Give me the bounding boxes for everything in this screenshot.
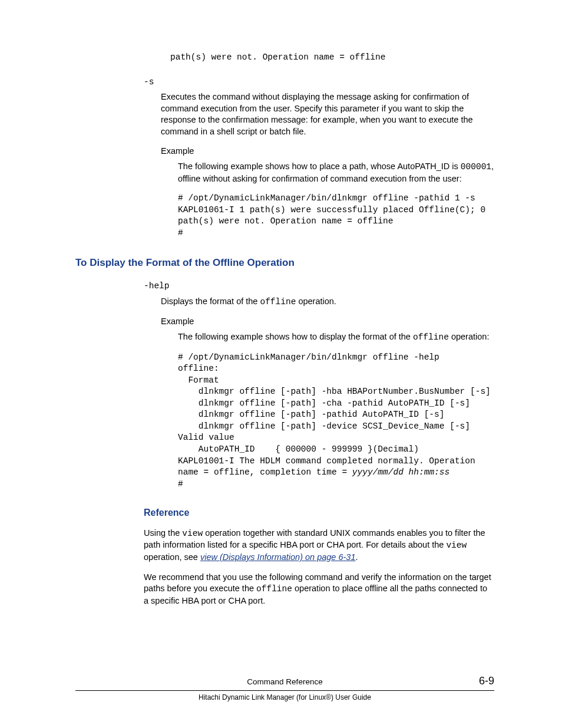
param-help-desc: Displays the format of the offline opera… — [161, 296, 494, 308]
param-s-desc: Executes the command without displaying … — [161, 91, 494, 137]
text: The following example shows how to displ… — [178, 332, 413, 341]
inline-code: view — [182, 529, 203, 538]
text: operation, see — [144, 552, 200, 562]
section-heading-display-format: To Display the Format of the Offline Ope… — [75, 256, 494, 270]
param-s-name: -s — [144, 77, 494, 88]
text: operation: — [449, 332, 490, 341]
footer-top-row: Command Reference 6-9 — [75, 676, 494, 688]
page: path(s) were not. Operation name = offli… — [0, 0, 562, 728]
code-text: # — [178, 479, 183, 489]
example-label: Example — [161, 146, 494, 157]
inline-code: offline — [256, 584, 292, 594]
code-placeholder: yyyy/mm/dd hh:mm:ss — [352, 467, 449, 477]
text: . — [355, 552, 358, 562]
example-label: Example — [161, 316, 494, 328]
example-code-block: # /opt/DynamicLinkManager/bin/dlnkmgr of… — [178, 352, 494, 490]
footer-section-title: Command Reference — [247, 676, 322, 688]
footer-divider — [75, 690, 494, 691]
inline-code: offline — [413, 332, 449, 342]
footer-book-title: Hitachi Dynamic Link Manager (for Linux®… — [75, 693, 494, 702]
page-footer: Command Reference 6-9 Hitachi Dynamic Li… — [75, 676, 494, 702]
page-number: 6-9 — [479, 674, 494, 688]
inline-code: 000001 — [461, 162, 491, 172]
param-help-name: -help — [144, 281, 494, 292]
cross-reference-link[interactable]: view (Displays Information) on page 6-31 — [200, 552, 356, 562]
example-desc: The following example shows how to place… — [178, 161, 494, 185]
inline-code: offline — [260, 297, 296, 307]
code-text: # /opt/DynamicLinkManager/bin/dlnkmgr of… — [178, 353, 491, 477]
text: Using the — [144, 528, 182, 538]
text: Displays the format of the — [161, 297, 260, 306]
text: operation. — [296, 297, 336, 306]
residual-code-line: path(s) were not. Operation name = offli… — [170, 52, 494, 64]
reference-paragraph: Using the view operation together with s… — [144, 528, 494, 564]
reference-heading: Reference — [144, 506, 494, 519]
example-code-block: # /opt/DynamicLinkManager/bin/dlnkmgr of… — [178, 193, 494, 239]
example-desc: The following example shows how to displ… — [178, 331, 494, 344]
reference-paragraph: We recommend that you use the following … — [144, 572, 494, 607]
inline-code: view — [446, 541, 467, 550]
text: The following example shows how to place… — [178, 162, 461, 171]
